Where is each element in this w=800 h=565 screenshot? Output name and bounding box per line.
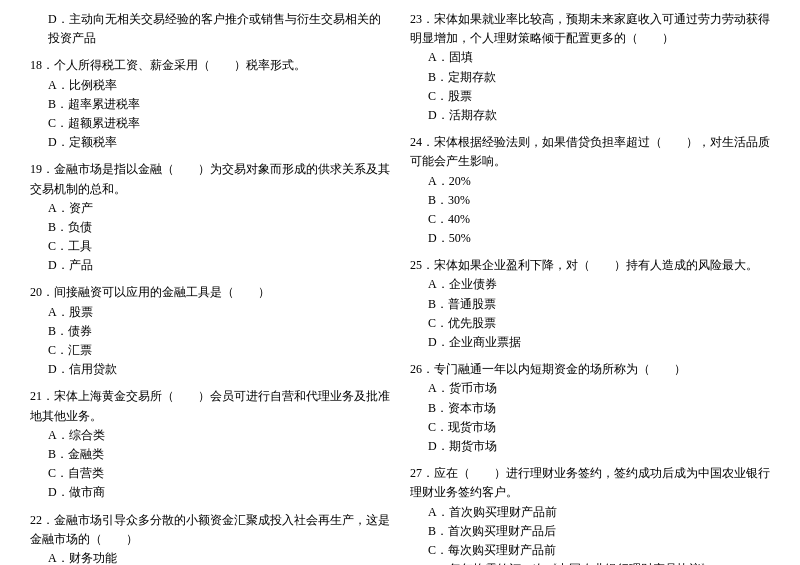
question-19: 19．金融市场是指以金融（ ）为交易对象而形成的供求关系及其交易机制的总和。 A… [30, 160, 390, 275]
question-26-title: 26．专门融通一年以内短期资金的场所称为（ ） [410, 360, 770, 379]
question-25-option-a: A．企业债券 [410, 275, 770, 294]
question-23-title: 23．宋体如果就业率比较高，预期未来家庭收入可通过劳力劳动获得明显增加，个人理财… [410, 10, 770, 48]
question-21: 21．宋体上海黄金交易所（ ）会员可进行自营和代理业务及批准地其他业务。 A．综… [30, 387, 390, 502]
top-item-d: D．主动向无相关交易经验的客户推介或销售与衍生交易相关的投资产品 [30, 10, 390, 48]
question-24-option-a: A．20% [410, 172, 770, 191]
question-19-option-b: B．负债 [30, 218, 390, 237]
question-24-option-b: B．30% [410, 191, 770, 210]
question-25-title: 25．宋体如果企业盈利下降，对（ ）持有人造成的风险最大。 [410, 256, 770, 275]
question-21-option-d: D．做市商 [30, 483, 390, 502]
question-20-option-d: D．信用贷款 [30, 360, 390, 379]
question-26-option-d: D．期货市场 [410, 437, 770, 456]
question-18-option-b: B．超率累进税率 [30, 95, 390, 114]
question-27-option-a: A．首次购买理财产品前 [410, 503, 770, 522]
question-18-option-c: C．超额累进税率 [30, 114, 390, 133]
question-20-option-c: C．汇票 [30, 341, 390, 360]
page-content: D．主动向无相关交易经验的客户推介或销售与衍生交易相关的投资产品 18．个人所得… [30, 10, 770, 565]
question-27-option-b: B．首次购买理财产品后 [410, 522, 770, 541]
question-21-option-b: B．金融类 [30, 445, 390, 464]
question-21-title: 21．宋体上海黄金交易所（ ）会员可进行自营和代理业务及批准地其他业务。 [30, 387, 390, 425]
question-19-title: 19．金融市场是指以金融（ ）为交易对象而形成的供求关系及其交易机制的总和。 [30, 160, 390, 198]
question-18-title: 18．个人所得税工资、薪金采用（ ）税率形式。 [30, 56, 390, 75]
question-26-option-c: C．现货市场 [410, 418, 770, 437]
top-continuation: D．主动向无相关交易经验的客户推介或销售与衍生交易相关的投资产品 [30, 10, 390, 48]
question-20-title: 20．间接融资可以应用的金融工具是（ ） [30, 283, 390, 302]
question-24-title: 24．宋体根据经验法则，如果借贷负担率超过（ ），对生活品质可能会产生影响。 [410, 133, 770, 171]
question-22-title: 22．金融市场引导众多分散的小额资金汇聚成投入社会再生产，这是金融市场的（ ） [30, 511, 390, 549]
question-25: 25．宋体如果企业盈利下降，对（ ）持有人造成的风险最大。 A．企业债券 B．普… [410, 256, 770, 352]
question-21-option-c: C．自营类 [30, 464, 390, 483]
right-column: 23．宋体如果就业率比较高，预期未来家庭收入可通过劳力劳动获得明显增加，个人理财… [410, 10, 770, 565]
question-18-option-a: A．比例税率 [30, 76, 390, 95]
question-24: 24．宋体根据经验法则，如果借贷负担率超过（ ），对生活品质可能会产生影响。 A… [410, 133, 770, 248]
question-24-option-c: C．40% [410, 210, 770, 229]
question-19-option-d: D．产品 [30, 256, 390, 275]
question-20: 20．间接融资可以应用的金融工具是（ ） A．股票 B．债券 C．汇票 D．信用… [30, 283, 390, 379]
question-20-option-b: B．债券 [30, 322, 390, 341]
question-21-option-a: A．综合类 [30, 426, 390, 445]
question-26: 26．专门融通一年以内短期资金的场所称为（ ） A．货币市场 B．资本市场 C．… [410, 360, 770, 456]
question-25-option-c: C．优先股票 [410, 314, 770, 333]
question-22-option-a: A．财务功能 [30, 549, 390, 565]
question-26-option-a: A．货币市场 [410, 379, 770, 398]
question-23-option-c: C．股票 [410, 87, 770, 106]
question-20-option-a: A．股票 [30, 303, 390, 322]
question-23-option-d: D．活期存款 [410, 106, 770, 125]
question-22: 22．金融市场引导众多分散的小额资金汇聚成投入社会再生产，这是金融市场的（ ） … [30, 511, 390, 566]
question-18-option-d: D．定额税率 [30, 133, 390, 152]
question-27: 27．应在（ ）进行理财业务签约，签约成功后成为中国农业银行理财业务签约客户。 … [410, 464, 770, 565]
left-column: D．主动向无相关交易经验的客户推介或销售与衍生交易相关的投资产品 18．个人所得… [30, 10, 390, 565]
question-27-title: 27．应在（ ）进行理财业务签约，签约成功后成为中国农业银行理财业务签约客户。 [410, 464, 770, 502]
question-24-option-d: D．50% [410, 229, 770, 248]
question-18: 18．个人所得税工资、薪金采用（ ）税率形式。 A．比例税率 B．超率累进税率 … [30, 56, 390, 152]
question-23: 23．宋体如果就业率比较高，预期未来家庭收入可通过劳力劳动获得明显增加，个人理财… [410, 10, 770, 125]
question-27-option-c: C．每次购买理财产品前 [410, 541, 770, 560]
question-19-option-a: A．资产 [30, 199, 390, 218]
question-25-option-b: B．普通股票 [410, 295, 770, 314]
question-19-option-c: C．工具 [30, 237, 390, 256]
question-23-option-a: A．固填 [410, 48, 770, 67]
question-23-option-b: B．定期存款 [410, 68, 770, 87]
question-25-option-d: D．企业商业票据 [410, 333, 770, 352]
question-27-option-d: D．每年均需签订一次《中国农业银行理财产品协议》 [410, 560, 770, 565]
question-26-option-b: B．资本市场 [410, 399, 770, 418]
